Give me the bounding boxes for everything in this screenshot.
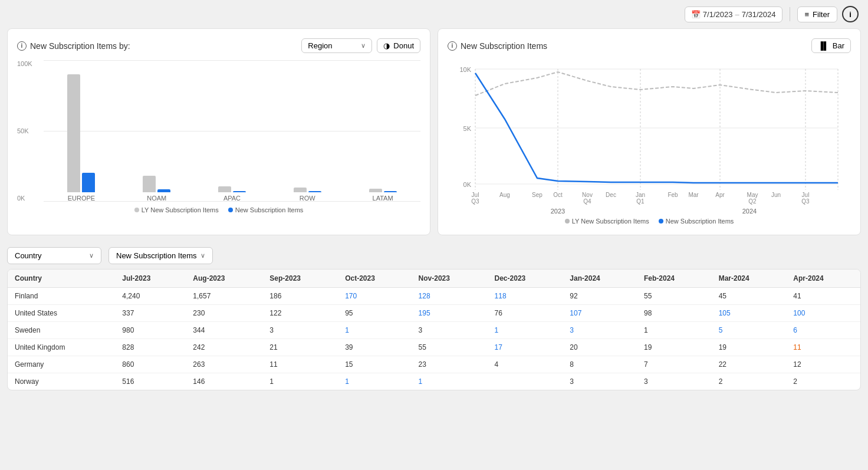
bar-groups: EUROPE NOAM [44,60,420,202]
col-jul23: Jul-2023 [115,269,186,288]
bar-chart-icon: ▐▌ [818,41,828,50]
charts-row: i New Subscription Items by: Region ∨ ◑ … [0,28,868,242]
svg-text:Aug: Aug [499,192,510,198]
col-feb24: Feb-2024 [637,269,712,288]
bar-group-noam: NOAM [143,176,170,202]
y-axis-labels: 0K 50K 100K [17,60,32,202]
right-chart-header: i New Subscription Items ▐▌ Bar [448,38,851,53]
legend-item-ly: LY New Subscription Items [134,206,219,213]
bar-label: LATAM [373,195,393,202]
svg-text:5K: 5K [463,125,472,132]
svg-text:Jul: Jul [472,192,479,198]
legend-dot-ly [134,208,139,212]
svg-text:Sep: Sep [532,192,542,198]
col-dec23: Dec-2023 [488,269,563,288]
right-chart-title: i New Subscription Items [448,41,547,51]
col-apr24: Apr-2024 [786,269,860,288]
chart-type-button[interactable]: ◑ Donut [377,38,420,53]
legend-dot-ly-right [565,219,570,224]
table-row: Norway 516 146 1 1 1 3 3 2 2 [8,373,860,390]
table-row: Sweden 980 344 3 1 3 1 3 1 5 6 [8,322,860,339]
svg-text:0K: 0K [463,181,472,188]
col-sep23: Sep-2023 [262,269,338,288]
svg-text:Jan: Jan [636,192,645,198]
table-row: United Kingdom 828 242 21 39 55 17 20 19… [8,339,860,356]
table-row: United States 337 230 122 95 195 76 107 … [8,305,860,322]
donut-icon: ◑ [383,41,390,50]
legend-item-ly-right: LY New Subscription Items [565,218,649,225]
svg-text:Q4: Q4 [583,198,591,205]
svg-text:Mar: Mar [688,192,699,198]
chevron-down-icon: ∨ [89,252,94,259]
top-bar: 📅 7/1/2023 – 7/31/2024 ≡ Filter i [0,0,868,28]
metric-dropdown[interactable]: New Subscription Items ∨ [108,247,213,264]
left-chart-info-icon[interactable]: i [17,41,27,51]
bar-label: NOAM [147,195,166,202]
svg-text:Q2: Q2 [748,198,757,205]
right-chart-card: i New Subscription Items ▐▌ Bar 10K 5K 0… [438,28,861,235]
legend-dot-current [228,208,233,212]
bar-group-row: ROW [294,188,321,202]
data-table: Country Jul-2023 Aug-2023 Sep-2023 Oct-2… [8,269,860,390]
date-end: 7/31/2024 [742,10,776,19]
bar-label: APAC [223,195,241,202]
bar-ly [143,176,156,192]
legend-item-current-right: New Subscription Items [659,218,734,225]
chevron-down-icon: ∨ [361,42,366,50]
bar-label: ROW [300,195,315,202]
svg-text:Oct: Oct [553,192,563,198]
table-row: Finland 4,240 1,657 186 170 128 118 92 5… [8,288,860,305]
svg-text:Dec: Dec [606,192,616,198]
bar-group-europe: EUROPE [67,74,95,202]
left-chart-card: i New Subscription Items by: Region ∨ ◑ … [7,28,430,235]
chevron-down-icon: ∨ [200,252,205,259]
bar-current [308,191,321,192]
svg-text:Q3: Q3 [471,198,479,205]
col-jan24: Jan-2024 [563,269,637,288]
col-nov23: Nov-2023 [412,269,488,288]
table-controls: Country ∨ New Subscription Items ∨ [0,242,868,269]
svg-text:Feb: Feb [668,192,678,198]
svg-text:Nov: Nov [582,192,593,198]
bar-ly [67,74,80,192]
svg-text:Jun: Jun [771,192,781,198]
right-chart-info-icon[interactable]: i [448,41,457,51]
table-row: Germany 860 263 11 15 23 4 8 7 22 12 [8,356,860,373]
svg-text:Q1: Q1 [636,198,645,205]
svg-text:2023: 2023 [551,208,565,213]
bar-group-latam: LATAM [369,189,397,202]
divider [790,7,790,21]
right-chart-type-button[interactable]: ▐▌ Bar [811,38,851,53]
info-button[interactable]: i [842,6,859,22]
left-chart-legend: LY New Subscription Items New Subscripti… [17,206,420,213]
svg-text:2024: 2024 [742,208,757,213]
country-dropdown[interactable]: Country ∨ [7,247,101,264]
right-chart-legend: LY New Subscription Items New Subscripti… [448,218,851,225]
svg-text:Q3: Q3 [801,198,810,205]
line-chart-svg: 10K 5K 0K Jul Q3 [448,60,851,213]
filter-icon: ≡ [805,10,810,19]
left-chart-controls: Region ∨ ◑ Donut [301,38,420,53]
left-chart-title: i New Subscription Items by: [17,41,130,51]
bar-ly [218,186,231,192]
bar-current [384,191,397,192]
svg-text:10K: 10K [459,66,471,73]
region-dropdown[interactable]: Region ∨ [301,38,372,53]
table-container: Country Jul-2023 Aug-2023 Sep-2023 Oct-2… [7,269,861,390]
svg-text:May: May [747,192,758,198]
svg-text:Apr: Apr [715,192,725,198]
bar-group-apac: APAC [218,186,246,202]
col-mar24: Mar-2024 [712,269,787,288]
col-aug23: Aug-2023 [186,269,262,288]
calendar-icon: 📅 [691,10,701,19]
filter-button[interactable]: ≡ Filter [797,6,837,22]
col-country: Country [8,269,115,288]
bar-ly [369,189,382,192]
date-range-container[interactable]: 📅 7/1/2023 – 7/31/2024 [685,6,782,22]
bar-label: EUROPE [68,195,95,202]
date-start: 7/1/2023 [703,10,733,19]
bar-current [233,191,246,192]
bar-current [157,189,170,192]
legend-item-current: New Subscription Items [228,206,304,213]
col-oct23: Oct-2023 [338,269,411,288]
